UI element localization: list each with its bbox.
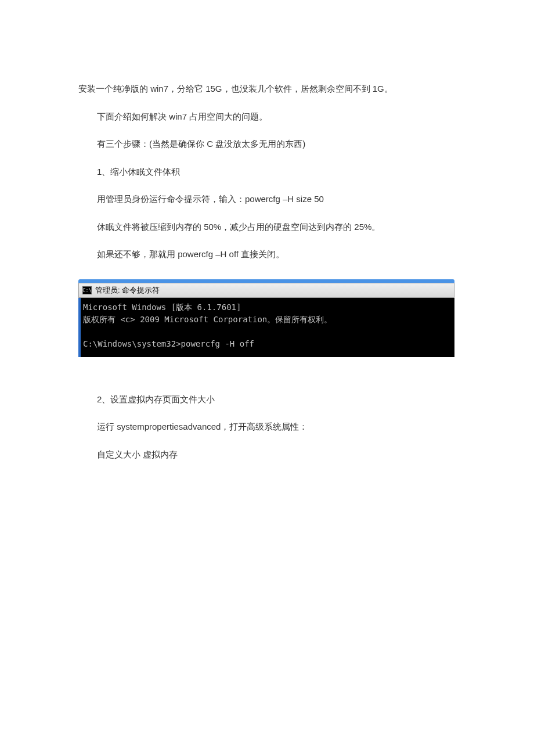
terminal-line-version: Microsoft Windows [版本 6.1.7601]	[83, 303, 241, 312]
command-prompt-icon: C:\	[82, 286, 92, 294]
paragraph-steps-heading: 有三个步骤：(当然是确保你 C 盘没放太多无用的东西)	[78, 136, 456, 152]
command-prompt-titlebar: C:\ 管理员: 命令提示符	[78, 283, 454, 298]
paragraph-intro: 安装一个纯净版的 win7，分给它 15G，也没装几个软件，居然剩余空间不到 1…	[78, 81, 456, 96]
command-prompt-body: Microsoft Windows [版本 6.1.7601] 版权所有 <c>…	[78, 298, 454, 357]
paragraph-step1-alt: 如果还不够，那就用 powercfg –H off 直接关闭。	[78, 247, 456, 262]
paragraph-intro2: 下面介绍如何解决 win7 占用空间大的问题。	[78, 109, 456, 124]
paragraph-step2-title: 2、设置虚拟内存页面文件大小	[78, 392, 456, 407]
command-prompt-window: C:\ 管理员: 命令提示符 Microsoft Windows [版本 6.1…	[78, 279, 454, 357]
paragraph-step1-cmd: 用管理员身份运行命令提示符，输入：powercfg –H size 50	[78, 192, 456, 207]
paragraph-step1-desc: 休眠文件将被压缩到内存的 50%，减少占用的硬盘空间达到内存的 25%。	[78, 219, 456, 235]
terminal-line-command: C:\Windows\system32>powercfg -H off	[83, 339, 254, 348]
paragraph-step2-desc: 自定义大小 虚拟内存	[78, 447, 456, 462]
command-prompt-title: 管理员: 命令提示符	[95, 285, 160, 296]
paragraph-step1-title: 1、缩小休眠文件体积	[78, 164, 456, 179]
terminal-line-copyright: 版权所有 <c> 2009 Microsoft Corporation。保留所有…	[83, 315, 332, 324]
paragraph-step2-cmd: 运行 systempropertiesadvanced，打开高级系统属性：	[78, 419, 456, 434]
